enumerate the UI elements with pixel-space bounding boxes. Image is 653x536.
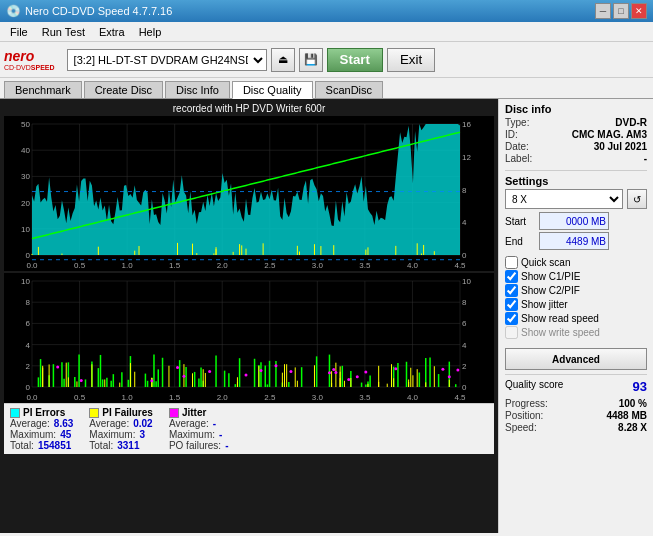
app-icon: 💿	[6, 4, 21, 18]
maximize-button[interactable]: □	[613, 3, 629, 19]
start-mb-input[interactable]	[539, 212, 609, 230]
tab-disc-quality[interactable]: Disc Quality	[232, 81, 313, 99]
separator-1	[505, 170, 647, 171]
show-read-speed-label: Show read speed	[521, 313, 599, 324]
logo: nero CD·DVDSPEED	[4, 48, 55, 71]
show-c1pie-label: Show C1/PIE	[521, 271, 580, 282]
tab-create-disc[interactable]: Create Disc	[84, 81, 163, 98]
minimize-button[interactable]: ─	[595, 3, 611, 19]
toolbar: nero CD·DVDSPEED [3:2] HL-DT-ST DVDRAM G…	[0, 42, 653, 78]
show-read-speed-checkbox[interactable]	[505, 312, 518, 325]
right-panel: Disc info Type: DVD-R ID: CMC MAG. AM3 D…	[498, 99, 653, 533]
speed-row: 8 X ↺	[505, 189, 647, 209]
separator-2	[505, 374, 647, 375]
quick-scan-checkbox[interactable]	[505, 256, 518, 269]
window-controls[interactable]: ─ □ ✕	[595, 3, 647, 19]
exit-button[interactable]: Exit	[387, 48, 435, 72]
show-jitter-label: Show jitter	[521, 299, 568, 310]
end-mb-row: End	[505, 232, 647, 250]
nero-sub-text: CD·DVDSPEED	[4, 64, 55, 71]
progress-section: Progress: 100 % Position: 4488 MB Speed:…	[505, 398, 647, 433]
main-content: recorded with HP DVD Writer 600r PI Erro…	[0, 99, 653, 533]
start-button[interactable]: Start	[327, 48, 383, 72]
show-write-speed-row: Show write speed	[505, 326, 647, 339]
pi-errors-legend: PI Errors	[10, 407, 73, 418]
start-mb-row: Start	[505, 212, 647, 230]
show-jitter-row: Show jitter	[505, 298, 647, 311]
jitter-group: Jitter Average: - Maximum: - PO failures…	[169, 407, 229, 451]
upper-chart	[4, 116, 494, 271]
title-bar: 💿 Nero CD-DVD Speed 4.7.7.16 ─ □ ✕	[0, 0, 653, 22]
menu-bar: File Run Test Extra Help	[0, 22, 653, 42]
settings-section: Settings 8 X ↺ Start End	[505, 175, 647, 250]
show-c1pie-checkbox[interactable]	[505, 270, 518, 283]
jitter-color	[169, 408, 179, 418]
show-c1pie-row: Show C1/PIE	[505, 270, 647, 283]
quality-value: 93	[633, 379, 647, 394]
menu-file[interactable]: File	[4, 25, 34, 39]
settings-refresh-btn[interactable]: ↺	[627, 189, 647, 209]
tab-bar: Benchmark Create Disc Disc Info Disc Qua…	[0, 78, 653, 99]
save-button[interactable]: 💾	[299, 48, 323, 72]
show-jitter-checkbox[interactable]	[505, 298, 518, 311]
show-c2pif-label: Show C2/PIF	[521, 285, 580, 296]
show-write-speed-checkbox[interactable]	[505, 326, 518, 339]
quality-label: Quality score	[505, 379, 563, 394]
settings-title: Settings	[505, 175, 647, 187]
end-mb-input[interactable]	[539, 232, 609, 250]
quick-scan-label: Quick scan	[521, 257, 570, 268]
drive-select[interactable]: [3:2] HL-DT-ST DVDRAM GH24NSD0 LH00	[67, 49, 267, 71]
tab-benchmark[interactable]: Benchmark	[4, 81, 82, 98]
checkboxes-section: Quick scan Show C1/PIE Show C2/PIF Show …	[505, 256, 647, 339]
pi-errors-color	[10, 408, 20, 418]
menu-extra[interactable]: Extra	[93, 25, 131, 39]
tab-scandisc[interactable]: ScanDisc	[315, 81, 383, 98]
close-button[interactable]: ✕	[631, 3, 647, 19]
show-read-speed-row: Show read speed	[505, 312, 647, 325]
menu-run-test[interactable]: Run Test	[36, 25, 91, 39]
advanced-button[interactable]: Advanced	[505, 348, 647, 370]
jitter-legend: Jitter	[169, 407, 229, 418]
pi-failures-color	[89, 408, 99, 418]
stats-bar: PI Errors Average: 8.63 Maximum: 45 Tota…	[4, 403, 494, 454]
quality-row: Quality score 93	[505, 379, 647, 394]
show-c2pif-checkbox[interactable]	[505, 284, 518, 297]
title-text: Nero CD-DVD Speed 4.7.7.16	[25, 5, 172, 17]
pi-failures-legend: PI Failures	[89, 407, 153, 418]
disc-info-section: Disc info Type: DVD-R ID: CMC MAG. AM3 D…	[505, 103, 647, 164]
chart-title: recorded with HP DVD Writer 600r	[4, 103, 494, 114]
pi-errors-group: PI Errors Average: 8.63 Maximum: 45 Tota…	[10, 407, 73, 451]
quick-scan-row: Quick scan	[505, 256, 647, 269]
disc-info-title: Disc info	[505, 103, 647, 115]
eject-button[interactable]: ⏏	[271, 48, 295, 72]
pi-failures-group: PI Failures Average: 0.02 Maximum: 3 Tot…	[89, 407, 153, 451]
show-c2pif-row: Show C2/PIF	[505, 284, 647, 297]
nero-logo-text: nero	[4, 48, 55, 64]
show-write-speed-label: Show write speed	[521, 327, 600, 338]
tab-disc-info[interactable]: Disc Info	[165, 81, 230, 98]
chart-area: recorded with HP DVD Writer 600r PI Erro…	[0, 99, 498, 533]
menu-help[interactable]: Help	[133, 25, 168, 39]
speed-select[interactable]: 8 X	[505, 189, 623, 209]
lower-chart	[4, 273, 494, 403]
